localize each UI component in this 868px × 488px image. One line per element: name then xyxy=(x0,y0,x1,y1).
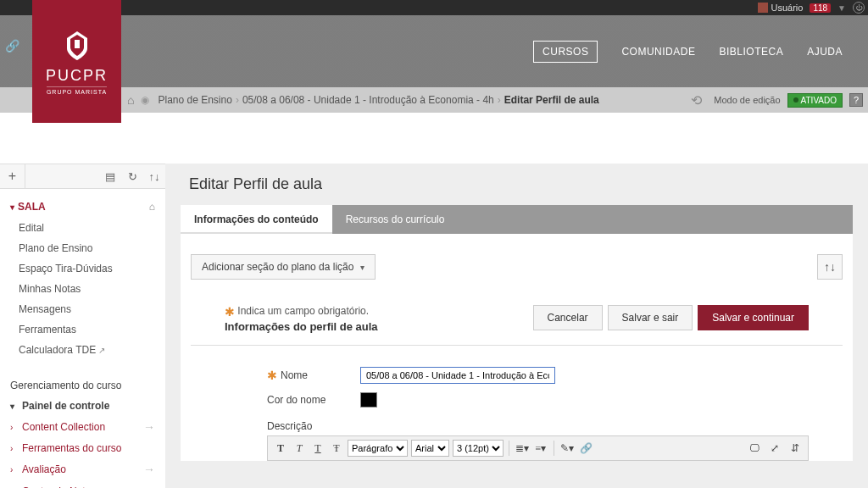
sidebar-ferramentas-curso[interactable]: ›Ferramentas do curso xyxy=(0,438,165,458)
toolbar-t1[interactable]: T xyxy=(273,440,288,457)
bullet-list-icon[interactable]: ≣▾ xyxy=(515,440,530,457)
collapse-icon[interactable]: ⇵ xyxy=(787,440,803,457)
arrow-right-icon: → xyxy=(143,485,155,488)
help-button[interactable]: ? xyxy=(849,93,863,107)
page-title: Editar Perfil de aula xyxy=(165,164,868,205)
reorder-icon[interactable]: ↑↓ xyxy=(143,170,165,183)
chevron-right-icon: › xyxy=(10,423,17,432)
nav-biblioteca[interactable]: BIBLIOTECA xyxy=(719,46,783,58)
chevron-down-icon: ▾ xyxy=(360,263,364,272)
svg-rect-0 xyxy=(75,40,80,48)
chevron-down-icon: ▾ xyxy=(10,202,14,212)
sidebar-item-mensagens[interactable]: Mensagens xyxy=(10,299,155,319)
crumb-b[interactable]: 05/08 a 06/08 - Unidade 1 - Introdução à… xyxy=(242,94,494,106)
sync-icon[interactable]: ⟲ xyxy=(691,92,702,108)
cancel-button[interactable]: Cancelar xyxy=(533,305,603,330)
sidebar: + ▤ ↻ ↑↓ ▾ SALA ⌂ Edital Plano de Ensino… xyxy=(0,164,165,488)
toolbar-t3[interactable]: T xyxy=(310,440,326,457)
label-nome: Nome xyxy=(281,369,308,381)
link-icon[interactable]: 🔗 xyxy=(578,440,593,457)
sidebar-item-edital[interactable]: Edital xyxy=(10,218,155,238)
nav-cursos[interactable]: CURSOS xyxy=(533,41,598,63)
tab-recursos[interactable]: Recursos do currículo xyxy=(332,205,459,234)
sidebar-item-ferramentas[interactable]: Ferramentas xyxy=(10,319,155,340)
number-list-icon[interactable]: ≡▾ xyxy=(533,440,548,457)
arrow-right-icon: → xyxy=(143,420,155,434)
nome-input[interactable] xyxy=(360,367,555,384)
edit-icon[interactable]: ✎▾ xyxy=(559,440,575,457)
monitor-icon[interactable]: 🖵 xyxy=(747,440,762,457)
required-hint: Indica um campo obrigatório. xyxy=(237,305,369,317)
brand-logo[interactable]: PUCPR GRUPO MARISTA xyxy=(32,0,121,123)
nav-comunidade[interactable]: COMUNIDADE xyxy=(621,46,695,58)
sidebar-item-plano[interactable]: Plano de Ensino xyxy=(10,238,155,258)
crest-icon xyxy=(60,28,94,62)
expand-icon[interactable]: ⤢ xyxy=(767,440,782,457)
toolbar-t4[interactable]: Ŧ xyxy=(329,440,344,457)
home-icon: ⌂ xyxy=(149,201,155,213)
home-icon[interactable]: ⌂ xyxy=(127,93,134,107)
chevron-down-icon[interactable]: ▼ xyxy=(837,3,846,13)
reorder-button[interactable]: ↑↓ xyxy=(817,254,843,280)
sidebar-item-notas[interactable]: Minhas Notas xyxy=(10,279,155,299)
arrow-right-icon: → xyxy=(143,463,155,476)
pin-breadcrumb-icon[interactable]: ◉ xyxy=(141,94,149,106)
notification-badge[interactable]: 118 xyxy=(810,3,831,13)
add-menu-button[interactable]: + xyxy=(0,164,25,188)
chevron-down-icon: ▾ xyxy=(10,402,17,411)
edit-mode-toggle[interactable]: ATIVADO xyxy=(787,93,843,108)
main-nav: CURSOS COMUNIDADE BIBLIOTECA AJUDA xyxy=(0,15,868,87)
sidebar-sala-header[interactable]: ▾ SALA ⌂ xyxy=(10,196,155,218)
brand-text: PUCPR xyxy=(46,67,108,85)
breadcrumb: ⌂ ◉ Plano de Ensino › 05/08 a 06/08 - Un… xyxy=(0,87,868,113)
editor-toolbar: T T T Ŧ Parágrafo Arial 3 (12pt) ≣▾ ≡▾ ✎… xyxy=(267,435,809,461)
avatar-icon xyxy=(758,3,768,13)
sidebar-item-calculadora[interactable]: Calculadora TDE xyxy=(10,340,155,360)
chevron-right-icon: › xyxy=(10,465,17,474)
sidebar-avaliacao[interactable]: ›Avaliação→ xyxy=(0,458,165,480)
required-icon: ✱ xyxy=(267,369,277,382)
crumb-sep: › xyxy=(236,94,239,106)
chevron-right-icon: › xyxy=(10,444,17,453)
section-title: Informações do perfil de aula xyxy=(225,320,378,333)
user-label: Usuário xyxy=(771,3,804,13)
refresh-icon[interactable]: ↻ xyxy=(121,170,143,183)
sidebar-item-duvidas[interactable]: Espaço Tira-Dúvidas xyxy=(10,258,155,279)
sidebar-content-collection[interactable]: ›Content Collection→ xyxy=(0,416,165,438)
edit-mode-label: Modo de edição xyxy=(714,95,780,105)
required-icon: ✱ xyxy=(225,305,235,319)
save-continue-button[interactable]: Salvar e continuar xyxy=(698,305,809,330)
pin-icon[interactable]: 🔗 xyxy=(5,39,19,53)
sidebar-gerenciamento[interactable]: Gerenciamento do curso xyxy=(0,375,165,396)
save-exit-button[interactable]: Salvar e sair xyxy=(608,305,693,330)
sidebar-painel-header[interactable]: ▾ Painel de controle xyxy=(0,396,165,416)
toolbar-t2[interactable]: T xyxy=(292,440,307,457)
nav-ajuda[interactable]: AJUDA xyxy=(807,46,843,58)
layers-icon[interactable]: ▤ xyxy=(99,170,121,183)
paragraph-select[interactable]: Parágrafo xyxy=(348,440,408,457)
label-cor: Cor do nome xyxy=(267,394,326,406)
power-icon[interactable]: ⏻ xyxy=(853,2,865,14)
color-swatch[interactable] xyxy=(360,392,377,408)
size-select[interactable]: 3 (12pt) xyxy=(453,440,504,457)
sidebar-centro-notas[interactable]: ›Centro de Notas→ xyxy=(0,480,165,488)
tab-informacoes[interactable]: Informações do conteúdo xyxy=(181,205,332,234)
label-descricao: Descrição xyxy=(191,412,843,434)
crumb-a[interactable]: Plano de Ensino xyxy=(158,94,231,106)
add-section-button[interactable]: Adicionar seção do plano da lição ▾ xyxy=(191,254,376,280)
user-menu[interactable]: Usuário xyxy=(758,3,804,13)
crumb-c: Editar Perfil de aula xyxy=(504,94,599,106)
brand-sub: GRUPO MARISTA xyxy=(47,86,107,95)
font-select[interactable]: Arial xyxy=(411,440,449,457)
crumb-sep: › xyxy=(498,94,501,106)
